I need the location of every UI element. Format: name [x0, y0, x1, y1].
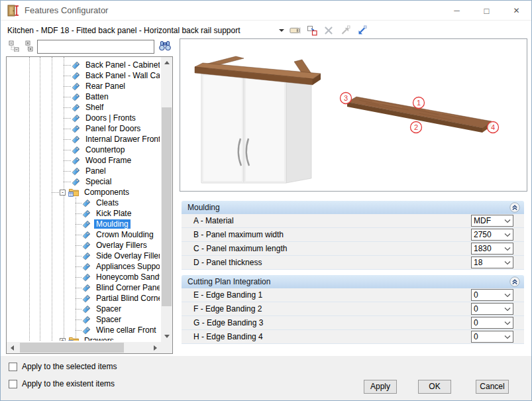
- tree-item[interactable]: Kick Plate: [7, 208, 160, 219]
- property-label: A - Material: [182, 216, 234, 225]
- property-value-dropdown[interactable]: 0: [471, 303, 513, 315]
- tree-item[interactable]: Panel: [7, 166, 160, 176]
- tree-item[interactable]: Partial Blind Corner F: [7, 293, 160, 304]
- property-value-dropdown[interactable]: 0: [471, 317, 513, 329]
- property-label: B - Panel maximum width: [182, 230, 284, 239]
- tree-item[interactable]: Special: [7, 176, 160, 187]
- tree-item[interactable]: Internal Drawer Front: [7, 134, 160, 144]
- vertical-scrollbar-thumb[interactable]: [162, 107, 172, 306]
- scroll-right-icon: [154, 345, 157, 351]
- tree-item[interactable]: Wine cellar Front: [7, 325, 160, 335]
- feature-selector-combobox[interactable]: Kitchen - MDF 18 - Fitted back panel - H…: [6, 23, 287, 37]
- checkbox-unchecked[interactable]: [9, 380, 17, 388]
- tag-icon: [72, 124, 81, 133]
- apply-selected-checkbox-row[interactable]: Apply to the selected items: [9, 362, 117, 371]
- export-feature-button[interactable]: [339, 25, 351, 36]
- tree-item[interactable]: Spacer: [7, 304, 160, 314]
- maximize-button[interactable]: □: [472, 1, 502, 21]
- tree-item[interactable]: Blind Corner Panel: [7, 282, 160, 293]
- chevron-down-icon: [504, 307, 511, 312]
- property-value: 2750: [472, 230, 504, 239]
- tree-expander-icon[interactable]: -: [60, 190, 66, 196]
- tree-vertical-scrollbar[interactable]: [161, 57, 172, 342]
- tag-icon: [72, 177, 81, 186]
- tree-item[interactable]: Shelf: [7, 102, 160, 113]
- tag-icon: [82, 198, 91, 207]
- tree-horizontal-scrollbar[interactable]: [7, 342, 161, 353]
- tree-item[interactable]: -: [7, 187, 160, 198]
- property-value: 18: [472, 258, 504, 267]
- tree-item[interactable]: Back Panel - Cabinets: [7, 60, 160, 70]
- tree-item[interactable]: Spacer: [7, 314, 160, 325]
- property-value-dropdown[interactable]: 18: [471, 257, 513, 268]
- import-feature-button[interactable]: [356, 25, 368, 36]
- delete-feature-button[interactable]: [323, 25, 335, 36]
- scroll-right-button[interactable]: [150, 342, 161, 353]
- tree-item[interactable]: Cleats: [7, 198, 160, 208]
- tree-item-label: Components: [82, 188, 131, 197]
- collapse-all-button[interactable]: [9, 40, 20, 52]
- expand-all-icon: [23, 40, 34, 52]
- property-value-dropdown[interactable]: MDF: [471, 215, 513, 227]
- tree-item[interactable]: Crown Moulding: [7, 229, 160, 240]
- tree-item-label: Countertop: [83, 145, 127, 154]
- property-label: H - Edge Banding 4: [182, 332, 263, 341]
- folder-icon: [68, 188, 80, 197]
- section-moulding: Moulding A - Material MDF: [182, 201, 524, 270]
- collapse-section-button[interactable]: [509, 202, 520, 213]
- property-value-dropdown[interactable]: 0: [471, 331, 513, 343]
- scroll-left-button[interactable]: [7, 342, 18, 353]
- expand-all-button[interactable]: [23, 40, 34, 52]
- copy-feature-button[interactable]: [306, 25, 318, 36]
- tree-item[interactable]: Panel for Doors: [7, 123, 160, 134]
- tree-item[interactable]: Batten: [7, 91, 160, 102]
- footer: Apply to the selected items Apply to the…: [1, 356, 531, 401]
- annotation-4: 4: [491, 123, 495, 131]
- scroll-up-button[interactable]: [161, 57, 172, 68]
- tree-item-label: Special: [83, 177, 113, 186]
- checkbox-unchecked[interactable]: [9, 363, 17, 371]
- tag-icon: [72, 103, 81, 112]
- chevron-down-icon: [504, 293, 511, 298]
- tree-item[interactable]: Honeycomb Sandwic: [7, 272, 160, 282]
- ok-button[interactable]: OK: [418, 380, 451, 394]
- tree-item[interactable]: Moulding: [7, 219, 160, 229]
- tree-item-label: Wood Frame: [83, 156, 133, 165]
- section-header: Cutting Plan Integration: [182, 275, 524, 288]
- copy-icon: [307, 25, 317, 36]
- toolbar: Kitchen - MDF 18 - Fitted back panel - H…: [1, 21, 531, 39]
- minimize-button[interactable]: ─: [442, 1, 472, 21]
- scroll-left-icon: [11, 345, 14, 351]
- property-value-dropdown[interactable]: 2750: [471, 229, 513, 241]
- tree-item[interactable]: Appliances Support: [7, 261, 160, 272]
- tree-expander-icon[interactable]: +: [60, 338, 66, 341]
- apply-button[interactable]: Apply: [364, 380, 397, 394]
- tree-item[interactable]: +: [7, 335, 160, 341]
- tag-icon: [82, 325, 91, 335]
- cancel-button[interactable]: Cancel: [476, 380, 509, 394]
- tag-icon: [82, 304, 91, 314]
- property-label: G - Edge Banding 3: [182, 318, 263, 327]
- collapse-section-button[interactable]: [509, 276, 520, 287]
- annotation-1: 1: [417, 99, 421, 107]
- scroll-down-button[interactable]: [161, 331, 172, 342]
- tree-item[interactable]: Overlay Fillers: [7, 240, 160, 251]
- tag-icon: [72, 82, 81, 91]
- tree-item[interactable]: Doors | Fronts: [7, 113, 160, 123]
- property-value-dropdown[interactable]: 1830: [471, 243, 513, 255]
- tree-search-input[interactable]: [37, 40, 154, 54]
- close-button[interactable]: ✕: [502, 1, 531, 21]
- tree-item[interactable]: Wood Frame: [7, 155, 160, 166]
- tree-item[interactable]: Side Overlay Fillers: [7, 251, 160, 261]
- tree-item[interactable]: Back Panel - Wall Cabine: [7, 70, 160, 81]
- tree-item[interactable]: Countertop: [7, 144, 160, 155]
- property-value-dropdown[interactable]: 0: [471, 289, 513, 301]
- property-label: C - Panel maximum length: [182, 244, 287, 253]
- horizontal-scrollbar-thumb[interactable]: [20, 343, 124, 353]
- tag-icon: [72, 71, 81, 80]
- find-button[interactable]: [158, 40, 172, 52]
- rename-feature-button[interactable]: [290, 25, 301, 36]
- tree-item[interactable]: Rear Panel: [7, 81, 160, 91]
- tree-item-label: Appliances Support: [94, 262, 160, 271]
- apply-existent-checkbox-row[interactable]: Apply to the existent items: [9, 379, 115, 388]
